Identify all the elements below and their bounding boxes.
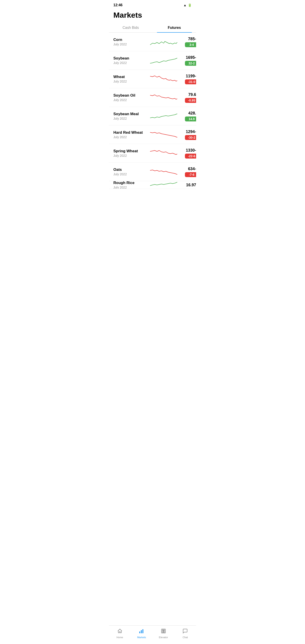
battery-icon: 🔋: [188, 3, 192, 7]
market-values: 79.60 -0.95: [178, 92, 196, 103]
market-price: 1695-0: [178, 55, 196, 60]
svg-rect-2: [142, 629, 143, 633]
market-chart: [149, 148, 178, 159]
market-values: 1695-0 32-2: [178, 55, 196, 66]
markets-label: Markets: [137, 636, 146, 639]
market-list: Corn July 2022 785-0 3-4 Soybean July 20…: [109, 33, 196, 189]
market-date: July 2022: [113, 172, 149, 176]
svg-rect-4: [162, 630, 163, 632]
page-title: Markets: [113, 11, 192, 20]
market-change: 32-2: [185, 61, 196, 66]
market-name: Soybean Oil: [113, 93, 149, 98]
market-date: July 2022: [113, 154, 149, 158]
market-chart: [149, 129, 178, 140]
market-name: Spring Wheat: [113, 149, 149, 154]
chat-icon: [182, 628, 188, 635]
bottom-nav: Home Markets Elevator: [109, 626, 196, 644]
market-change: -22-6: [185, 154, 196, 158]
tabs-container: Cash Bids Futures: [109, 23, 196, 33]
market-name: Soybean: [113, 56, 149, 60]
market-price: 16.970: [178, 183, 196, 188]
elevator-label: Elevator: [159, 636, 168, 639]
market-row[interactable]: Soybean Oil July 2022 79.60 -0.95: [109, 88, 196, 107]
market-chart: [149, 92, 178, 103]
market-values: 1330-0 -22-6: [178, 148, 196, 158]
market-price: 1330-0: [178, 148, 196, 153]
market-chart: [149, 55, 178, 66]
market-chart: [149, 73, 178, 84]
market-row[interactable]: Hard Red Wheat July 2022 1294-2 -30-2: [109, 126, 196, 144]
market-date: July 2022: [113, 186, 149, 189]
market-info: Spring Wheat July 2022: [113, 149, 149, 158]
market-change: -30-2: [185, 135, 196, 140]
market-date: July 2022: [113, 98, 149, 102]
market-info: Soybean Meal July 2022: [113, 112, 149, 120]
market-row[interactable]: Corn July 2022 785-0 3-4: [109, 33, 196, 51]
market-price: 79.60: [178, 92, 196, 97]
market-row[interactable]: Rough Rice July 2022 16.970: [109, 181, 196, 189]
market-name: Hard Red Wheat: [113, 130, 149, 135]
market-info: Soybean July 2022: [113, 56, 149, 64]
market-name: Corn: [113, 38, 149, 42]
tab-cash-bids[interactable]: Cash Bids: [109, 23, 152, 32]
page-header: Markets: [109, 9, 196, 23]
market-name: Rough Rice: [113, 181, 149, 185]
status-icons: ▲ 🔋: [183, 3, 192, 7]
market-change: -31-0: [185, 80, 196, 84]
market-date: July 2022: [113, 42, 149, 46]
market-values: 428.9 14.9: [178, 111, 196, 122]
market-values: 1199-6 -31-0: [178, 74, 196, 84]
market-info: Rough Rice July 2022: [113, 181, 149, 189]
market-date: July 2022: [113, 80, 149, 83]
market-date: July 2022: [113, 117, 149, 120]
nav-home[interactable]: Home: [109, 628, 131, 640]
elevator-icon: [161, 628, 166, 635]
status-bar: 12:46 ▲ 🔋: [109, 0, 196, 9]
market-values: 634-0 -7-6: [178, 166, 196, 177]
market-date: July 2022: [113, 61, 149, 64]
market-chart: [149, 36, 178, 48]
market-name: Soybean Meal: [113, 112, 149, 116]
home-icon: [117, 628, 122, 635]
market-row[interactable]: Oats July 2022 634-0 -7-6: [109, 162, 196, 181]
market-info: Soybean Oil July 2022: [113, 93, 149, 102]
market-values: 785-0 3-4: [178, 37, 196, 47]
market-info: Wheat July 2022: [113, 75, 149, 83]
markets-icon: [139, 628, 144, 635]
status-time: 12:46: [113, 3, 122, 7]
market-chart: [149, 110, 178, 122]
svg-rect-1: [141, 630, 142, 633]
market-price: 785-0: [178, 37, 196, 41]
tab-futures[interactable]: Futures: [152, 23, 196, 32]
market-values: 16.970: [178, 183, 196, 188]
market-row[interactable]: Soybean July 2022 1695-0 32-2: [109, 51, 196, 70]
home-label: Home: [116, 636, 123, 639]
svg-rect-0: [139, 632, 140, 633]
market-name: Wheat: [113, 75, 149, 79]
market-change: -0.95: [185, 98, 196, 103]
svg-rect-5: [164, 630, 164, 632]
market-price: 1294-2: [178, 130, 196, 134]
market-chart: [149, 166, 178, 177]
market-values: 1294-2 -30-2: [178, 130, 196, 140]
nav-chat[interactable]: Chat: [174, 628, 196, 640]
market-info: Hard Red Wheat July 2022: [113, 130, 149, 139]
market-name: Oats: [113, 168, 149, 172]
market-info: Corn July 2022: [113, 38, 149, 46]
nav-markets[interactable]: Markets: [131, 628, 153, 640]
market-change: -7-6: [185, 172, 196, 177]
market-change: 3-4: [185, 42, 196, 47]
market-price: 1199-6: [178, 74, 196, 78]
nav-elevator[interactable]: Elevator: [152, 628, 174, 640]
market-row[interactable]: Soybean Meal July 2022 428.9 14.9: [109, 107, 196, 126]
market-chart: [149, 181, 178, 189]
market-change: 14.9: [185, 116, 196, 122]
market-row[interactable]: Wheat July 2022 1199-6 -31-0: [109, 70, 196, 88]
market-row[interactable]: Spring Wheat July 2022 1330-0 -22-6: [109, 144, 196, 162]
market-price: 428.9: [178, 111, 196, 116]
market-price: 634-0: [178, 166, 196, 171]
market-date: July 2022: [113, 135, 149, 139]
wifi-icon: ▲: [183, 3, 186, 7]
chat-label: Chat: [183, 636, 188, 639]
market-info: Oats July 2022: [113, 168, 149, 176]
